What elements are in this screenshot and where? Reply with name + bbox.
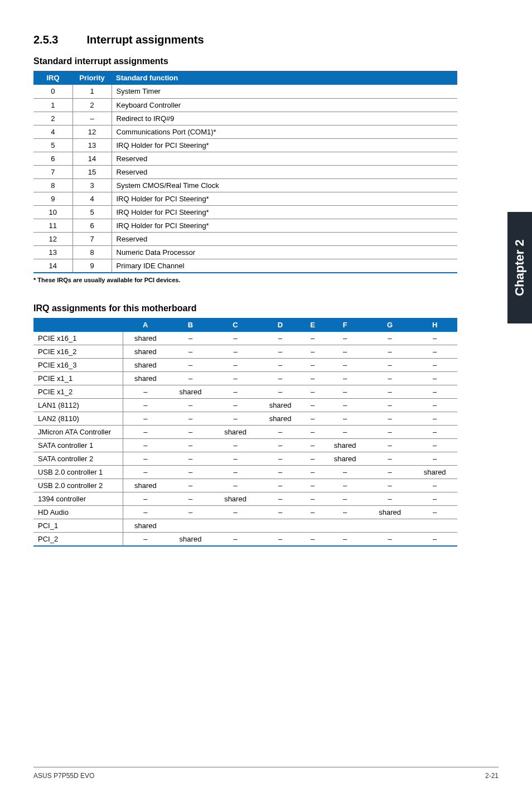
table-cell: – — [213, 439, 258, 452]
table-cell: Redirect to IRQ#9 — [112, 112, 457, 125]
table-cell: – — [412, 426, 457, 439]
table-cell: shared — [123, 372, 168, 385]
table-cell: 9 — [72, 259, 112, 273]
table-cell: 15 — [72, 165, 112, 178]
table-cell: shared — [322, 439, 367, 452]
table-cell: – — [367, 359, 413, 372]
row-label: PCIE x1_2 — [33, 385, 123, 399]
table-row: PCIE x16_2shared––––––– — [33, 345, 457, 359]
table-cell: – — [258, 466, 303, 479]
table-cell: 7 — [72, 232, 112, 245]
col-function: Standard function — [112, 71, 457, 85]
table-row: 614Reserved — [33, 152, 457, 165]
table-cell: 12 — [72, 125, 112, 138]
table-cell: – — [168, 492, 213, 506]
table-cell: – — [367, 372, 413, 385]
table-cell: – — [412, 345, 457, 359]
table-cell: shared — [123, 332, 168, 345]
table-row: 138Numeric Data Processor — [33, 245, 457, 259]
table-cell: 2 — [33, 112, 72, 125]
table-cell: – — [412, 452, 457, 466]
table-header-cell — [33, 318, 123, 332]
table-cell: shared — [213, 492, 258, 506]
table-cell: – — [123, 399, 168, 412]
table-cell: 13 — [33, 245, 72, 259]
table-header-cell: H — [412, 318, 457, 332]
table-cell: shared — [168, 385, 213, 399]
table-cell: 1 — [72, 85, 112, 98]
table-row: PCIE x1_1shared––––––– — [33, 372, 457, 385]
col-priority: Priority — [72, 71, 112, 85]
table-row: SATA controller 2–––––shared–– — [33, 452, 457, 466]
table-cell: – — [258, 332, 303, 345]
table-cell: 9 — [33, 192, 72, 205]
section-heading: 2.5.3 Interrupt assignments — [33, 33, 457, 46]
table-cell: – — [168, 479, 213, 492]
table-cell: 4 — [72, 192, 112, 205]
table-cell: – — [303, 466, 323, 479]
table-cell: – — [168, 332, 213, 345]
row-label: 1394 controller — [33, 492, 123, 506]
table-cell: 14 — [72, 152, 112, 165]
table-header-cell: C — [213, 318, 258, 332]
row-label: LAN1 (8112) — [33, 399, 123, 412]
table-cell: Reserved — [112, 152, 457, 165]
row-label: HD Audio — [33, 506, 123, 519]
table-cell: shared — [258, 412, 303, 426]
table-cell: – — [412, 359, 457, 372]
table-cell: – — [303, 506, 323, 519]
table-cell: – — [322, 372, 367, 385]
table-row: 149Primary IDE Channel — [33, 259, 457, 273]
table-cell: System CMOS/Real Time Clock — [112, 178, 457, 192]
table-cell: – — [303, 399, 323, 412]
table-cell: – — [303, 439, 323, 452]
table-row: USB 2.0 controller 1–––––––shared — [33, 466, 457, 479]
table-cell: IRQ Holder for PCI Steering* — [112, 219, 457, 232]
table-row: PCIE x16_1shared––––––– — [33, 332, 457, 345]
table-row: LAN1 (8112)–––shared–––– — [33, 399, 457, 412]
table-cell: – — [123, 439, 168, 452]
table-cell: – — [213, 452, 258, 466]
table-row: PCIE x16_3shared––––––– — [33, 359, 457, 372]
footer-left: ASUS P7P55D EVO — [33, 772, 94, 780]
table-cell: – — [168, 452, 213, 466]
table-cell: – — [303, 412, 323, 426]
table-cell: – — [303, 385, 323, 399]
table-cell: – — [123, 466, 168, 479]
table-cell: – — [123, 506, 168, 519]
section-title: Interrupt assignments — [87, 33, 204, 46]
table-cell: – — [412, 439, 457, 452]
table-cell: – — [123, 452, 168, 466]
table-cell: – — [72, 112, 112, 125]
table-cell: 4 — [33, 125, 72, 138]
table-cell: 6 — [33, 152, 72, 165]
table-cell: Reserved — [112, 165, 457, 178]
table-row: 1394 controller––shared––––– — [33, 492, 457, 506]
table-cell: 8 — [72, 245, 112, 259]
table-cell: 13 — [72, 138, 112, 152]
table-cell: – — [213, 506, 258, 519]
table-cell: – — [412, 385, 457, 399]
table-cell: – — [322, 533, 367, 547]
table-cell: – — [412, 492, 457, 506]
table-cell: – — [303, 332, 323, 345]
table-row: 715Reserved — [33, 165, 457, 178]
table-cell: 1 — [33, 98, 72, 112]
row-label: JMicron ATA Controller — [33, 426, 123, 439]
row-label: SATA controller 1 — [33, 439, 123, 452]
table-cell — [322, 519, 367, 533]
page-footer: ASUS P7P55D EVO 2-21 — [33, 767, 499, 780]
table-cell: – — [168, 426, 213, 439]
table-cell: shared — [367, 506, 413, 519]
table-row: 01System Timer — [33, 85, 457, 98]
table-cell: – — [322, 466, 367, 479]
table-cell: – — [168, 466, 213, 479]
table-cell — [168, 519, 213, 533]
table-row: 513IRQ Holder for PCI Steering* — [33, 138, 457, 152]
table-cell: System Timer — [112, 85, 457, 98]
table-row: 105IRQ Holder for PCI Steering* — [33, 205, 457, 219]
table-cell: – — [168, 372, 213, 385]
table-cell: – — [258, 372, 303, 385]
table-cell: – — [258, 533, 303, 547]
table-cell: – — [303, 533, 323, 547]
